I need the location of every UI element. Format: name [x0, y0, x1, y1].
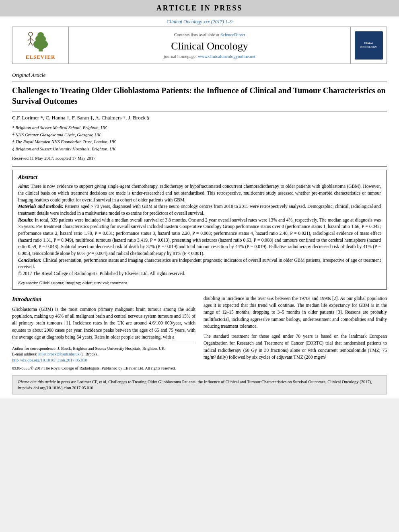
elsevier-label: ELSEVIER	[26, 54, 56, 60]
col-right: doubling in incidence in the over 65s be…	[204, 295, 387, 371]
email-suffix: (J. Brock).	[80, 352, 98, 356]
journal-center: Contents lists available at ScienceDirec…	[69, 27, 350, 64]
results-label: Results:	[18, 218, 33, 222]
journal-citation: Clinical Oncology xxx (2017) 1–9	[167, 19, 232, 25]
email-link[interactable]: juliet.brock@bsuh.nhs.uk	[38, 352, 80, 356]
introduction-two-col: Introduction Glioblastoma (GBM) is the m…	[12, 295, 387, 371]
journal-homepage-line: journal homepage: www.clinicaloncologyon…	[164, 54, 255, 59]
svg-line-8	[29, 42, 31, 45]
abstract-top-divider	[12, 166, 387, 166]
journal-title: Clinical Oncology	[171, 40, 248, 52]
affiliations: * Brighton and Sussex Medical School, Br…	[12, 124, 387, 152]
doi-link[interactable]: http://dx.doi.org/10.1016/j.clon.2017.05…	[12, 357, 195, 364]
oncology-logo-icon: ClinicalONCOLOGY	[355, 31, 383, 60]
conclusion-label: Conclusion:	[18, 258, 41, 263]
authors-line: C.F. Lorimer *, C. Hanna †, F. Saran ‡, …	[12, 115, 387, 121]
title-divider-top	[12, 82, 387, 82]
conclusion-text: Clinical presentation, performance statu…	[18, 258, 381, 269]
abstract-copyright: © 2017 The Royal College of Radiologists…	[18, 271, 185, 276]
affiliation-4: § Brighton and Sussex University Hospita…	[12, 146, 387, 153]
keywords-label: Key words:	[18, 280, 38, 285]
citation-label: Please cite this article in press as:	[18, 380, 76, 384]
article-title: Challenges to Treating Older Glioblastom…	[12, 85, 387, 106]
affiliation-2: † NHS Greater Glasgow and Clyde, Glasgow…	[12, 131, 387, 139]
col-left: Introduction Glioblastoma (GBM) is the m…	[12, 295, 195, 371]
abstract-title: Abstract	[18, 174, 381, 181]
copyright-line: 0936-6555/© 2017 The Royal College of Ra…	[12, 365, 195, 371]
footnote-correspondence: Author for correspondence: J. Brock, Bri…	[12, 346, 195, 357]
title-divider-bottom	[12, 111, 387, 111]
main-content: Original Article Challenges to Treating …	[0, 64, 399, 398]
email-label: E-mail address:	[12, 352, 38, 356]
sciencedirect-prefix: Contents lists available at	[174, 32, 220, 37]
journal-header: ELSEVIER Contents lists available at Sci…	[12, 27, 387, 64]
intro-para2: doubling in incidence in the over 65s be…	[204, 295, 387, 330]
correspondence-text: Author for correspondence: J. Brock, Bri…	[12, 346, 195, 351]
received-line: Received 11 May 2017; accepted 17 May 20…	[12, 156, 387, 160]
authors-text: C.F. Lorimer *, C. Hanna †, F. Saran ‡, …	[12, 115, 150, 121]
intro-para1: Glioblastoma (GBM) is the most common pr…	[12, 306, 195, 341]
keywords-text: Glioblastoma; imaging; older; survival; …	[38, 280, 127, 285]
abstract-text: Aims: There is now evidence to support g…	[18, 183, 381, 277]
journal-info-bar: Clinical Oncology xxx (2017) 1–9	[0, 16, 399, 27]
intro-para3-text: The standard treatment for those aged un…	[204, 334, 387, 359]
elsevier-tree-icon	[25, 30, 57, 52]
citation-box: Please cite this article in press as: Lo…	[12, 375, 387, 394]
intro-heading: Introduction	[12, 295, 195, 304]
affiliation-3: ‡ The Royal Marsden NHS Foundation Trust…	[12, 138, 387, 146]
oncology-logo-box: ClinicalONCOLOGY	[350, 27, 387, 64]
article-type: Original Article	[12, 72, 387, 78]
svg-point-3	[37, 32, 44, 38]
footnote-divider	[12, 344, 195, 344]
email-line: E-mail address: juliet.brock@bsuh.nhs.uk…	[12, 351, 195, 357]
elsevier-logo-box: ELSEVIER	[12, 27, 69, 64]
results-text: In total, 339 patients were included wit…	[18, 218, 381, 256]
science-direct-line: Contents lists available at ScienceDirec…	[174, 32, 245, 37]
homepage-link[interactable]: www.clinicaloncologyonline.net	[198, 54, 255, 59]
svg-point-4	[29, 32, 33, 36]
svg-line-9	[31, 42, 33, 45]
aims-label: Aims:	[18, 184, 29, 189]
article-in-press-banner: ARTICLE IN PRESS	[0, 0, 399, 16]
affiliation-1: * Brighton and Sussex Medical School, Br…	[12, 124, 387, 131]
homepage-prefix: journal homepage:	[164, 54, 198, 59]
methods-label: Materials and methods:	[18, 204, 64, 209]
svg-line-6	[28, 38, 31, 41]
intro-para3: The standard treatment for those aged un…	[204, 333, 387, 361]
keywords-line: Key words: Glioblastoma; imaging; older;…	[18, 280, 381, 285]
sciencedirect-link[interactable]: ScienceDirect	[220, 32, 245, 37]
methods-text: Patients aged > 70 years, diagnosed with…	[18, 204, 381, 216]
banner-text: ARTICLE IN PRESS	[156, 4, 243, 12]
svg-line-7	[31, 38, 33, 41]
aims-text: There is now evidence to support giving …	[18, 184, 381, 202]
page-wrapper: ARTICLE IN PRESS Clinical Oncology xxx (…	[0, 0, 399, 398]
abstract-box: Abstract Aims: There is now evidence to …	[12, 170, 387, 289]
